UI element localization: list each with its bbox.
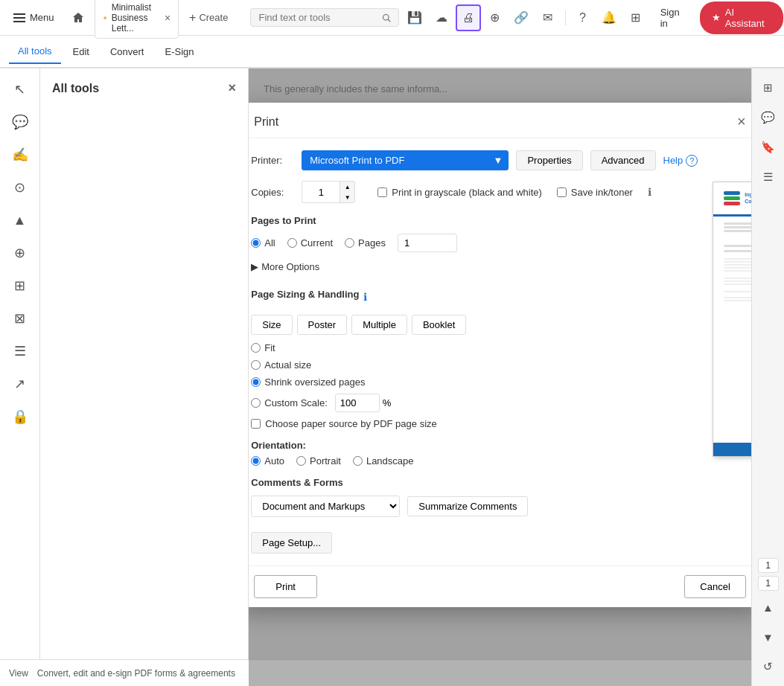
save-ink-checkbox[interactable] xyxy=(557,187,567,197)
portrait-radio-text: Portrait xyxy=(310,455,341,467)
fit-radio[interactable] xyxy=(251,343,261,353)
help-link[interactable]: Help ? xyxy=(663,155,698,167)
print-button[interactable]: Print xyxy=(254,575,317,598)
tab-close-btn[interactable]: × xyxy=(165,12,170,24)
printer-select[interactable]: Microsoft Print to PDF xyxy=(302,150,509,170)
sidebar-cursor-icon[interactable]: ↖ xyxy=(5,74,35,104)
auto-radio[interactable] xyxy=(251,456,261,466)
sizing-radios: Fit Actual size Shrink oversized pages xyxy=(251,342,698,412)
apps-icon[interactable]: ⊞ xyxy=(623,4,648,31)
comments-select[interactable]: Document and Markups xyxy=(251,496,400,517)
booklet-button[interactable]: Booklet xyxy=(412,315,466,335)
all-radio-label[interactable]: All xyxy=(251,237,275,249)
ink-info-icon[interactable]: ℹ xyxy=(648,186,651,198)
size-button[interactable]: Size xyxy=(251,315,292,335)
sidebar-highlight-icon[interactable]: ▲ xyxy=(5,205,35,235)
copies-down-btn[interactable]: ▼ xyxy=(340,192,354,202)
page-setup-button[interactable]: Page Setup... xyxy=(251,532,332,554)
panel-close-btn[interactable]: × xyxy=(228,80,236,96)
shrink-radio[interactable] xyxy=(251,377,261,387)
grayscale-checkbox-label[interactable]: Print in grayscale (black and white) xyxy=(377,187,542,198)
custom-radio[interactable] xyxy=(251,398,261,408)
home-tab[interactable] xyxy=(65,7,92,28)
sidebar-signature-icon[interactable]: ✍ xyxy=(5,140,35,170)
ai-label: AI Assistant xyxy=(725,7,771,29)
thumbnail-icon[interactable]: ⊞ xyxy=(755,74,782,101)
sidebar-compress-icon[interactable]: ⊞ xyxy=(5,271,35,301)
help-icon[interactable]: ? xyxy=(570,4,596,31)
pages-radio[interactable] xyxy=(345,238,354,248)
landscape-radio-label[interactable]: Landscape xyxy=(353,455,414,467)
nav-esign-label: E-Sign xyxy=(165,46,194,57)
multiple-button[interactable]: Multiple xyxy=(351,315,407,335)
properties-button[interactable]: Properties xyxy=(516,150,582,170)
preview-body-2 xyxy=(724,261,751,263)
nav-esign[interactable]: E-Sign xyxy=(156,40,203,63)
sidebar-protect-icon[interactable]: 🔒 xyxy=(5,402,35,432)
menu-button[interactable]: Menu xyxy=(6,7,62,28)
cancel-button[interactable]: Cancel xyxy=(684,575,745,598)
auto-radio-label[interactable]: Auto xyxy=(251,455,284,467)
bell-icon[interactable]: 🔔 xyxy=(596,4,622,31)
grayscale-checkbox[interactable] xyxy=(377,187,387,197)
upload-icon[interactable]: ☁ xyxy=(429,4,454,31)
sidebar-redact-icon[interactable]: ⊠ xyxy=(5,304,35,333)
save-icon[interactable]: 💾 xyxy=(402,4,427,31)
sidebar-export-icon[interactable]: ↗ xyxy=(5,369,35,399)
poster-button[interactable]: Poster xyxy=(297,315,348,335)
all-radio[interactable] xyxy=(251,238,261,248)
refresh-icon[interactable]: ↺ xyxy=(755,653,782,680)
pages-radio-label[interactable]: Pages xyxy=(345,237,386,249)
sidebar-stamp-icon[interactable]: ⊙ xyxy=(5,173,35,202)
more-options-toggle[interactable]: ▶ More Options xyxy=(251,258,698,275)
nav-convert[interactable]: Convert xyxy=(101,40,153,63)
create-label: Create xyxy=(199,12,228,23)
bookmark-icon[interactable]: 🔖 xyxy=(755,134,782,161)
nav-edit[interactable]: Edit xyxy=(64,40,98,63)
choose-paper-label[interactable]: Choose paper source by PDF page size xyxy=(251,418,698,429)
sidebar-crop-icon[interactable]: ⊕ xyxy=(5,238,35,268)
fit-radio-label[interactable]: Fit xyxy=(251,342,698,353)
sizing-info-icon[interactable]: ℹ xyxy=(363,291,367,303)
actual-radio[interactable] xyxy=(251,360,261,370)
current-radio[interactable] xyxy=(287,238,297,248)
sidebar-organize-icon[interactable]: ☰ xyxy=(5,336,35,366)
portrait-radio-label[interactable]: Portrait xyxy=(296,455,341,467)
landscape-radio[interactable] xyxy=(353,456,363,466)
ai-assistant-button[interactable]: ★ AI Assistant xyxy=(700,1,783,34)
search-input[interactable] xyxy=(258,12,377,23)
dialog-close-btn[interactable]: × xyxy=(737,113,746,130)
advanced-button[interactable]: Advanced xyxy=(590,150,656,170)
copies-up-btn[interactable]: ▲ xyxy=(340,182,354,192)
save-ink-checkbox-label[interactable]: Save ink/toner xyxy=(557,187,633,198)
pages-range-input[interactable] xyxy=(398,234,457,252)
shrink-radio-label[interactable]: Shrink oversized pages xyxy=(251,376,698,388)
search-bar[interactable] xyxy=(250,8,399,27)
print-icon[interactable]: 🖨 xyxy=(456,4,481,31)
link-icon[interactable]: 🔗 xyxy=(509,4,534,31)
actual-radio-label[interactable]: Actual size xyxy=(251,359,698,371)
scroll-down-btn[interactable]: ▼ xyxy=(755,624,782,650)
custom-radio-text: Custom Scale: xyxy=(264,397,328,408)
sidebar-comment-icon[interactable]: 💬 xyxy=(5,107,35,137)
choose-paper-checkbox[interactable] xyxy=(251,419,261,429)
mail-icon[interactable]: ✉ xyxy=(535,4,561,31)
preview-area: Scale: 100% 8.5 x 11 Inches xyxy=(713,150,751,501)
save-ink-label: Save ink/toner xyxy=(571,187,633,198)
comment-icon[interactable]: 💬 xyxy=(755,104,782,131)
summarize-button[interactable]: Summarize Comments xyxy=(407,496,528,516)
layers-icon[interactable]: ☰ xyxy=(755,164,782,190)
cursor-icon[interactable]: ⊕ xyxy=(482,4,508,31)
document-tab[interactable]: Minimalist Business Lett... × xyxy=(95,0,179,39)
nav-all-tools[interactable]: All tools xyxy=(9,39,61,64)
copies-input[interactable] xyxy=(302,184,340,201)
scroll-up-btn[interactable]: ▲ xyxy=(755,594,782,621)
scale-input[interactable] xyxy=(335,394,380,412)
portrait-radio[interactable] xyxy=(296,456,306,466)
create-tab[interactable]: + Create xyxy=(182,7,235,29)
sign-in-button[interactable]: Sign in xyxy=(650,2,698,33)
current-radio-label[interactable]: Current xyxy=(287,237,333,249)
printer-row: Printer: Microsoft Print to PDF ▼ Proper… xyxy=(251,150,698,170)
plus-icon: + xyxy=(189,11,196,25)
custom-radio-label[interactable]: Custom Scale: xyxy=(251,397,328,408)
